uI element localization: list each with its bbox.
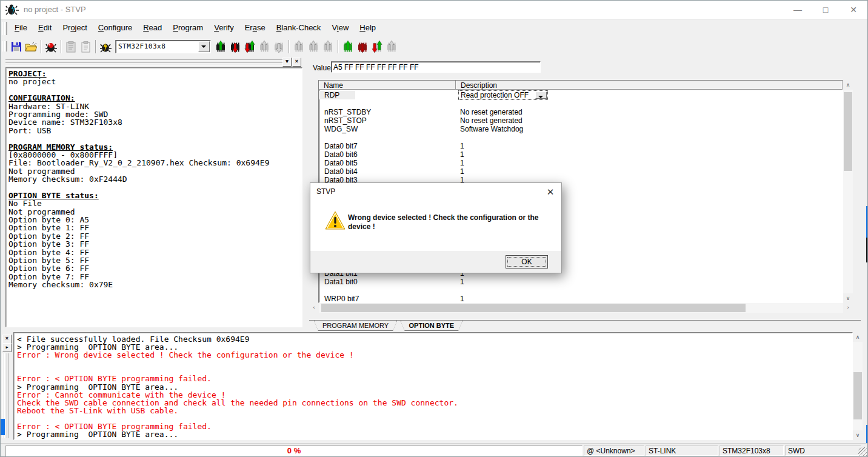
menu-blank-check[interactable]: Blank-Check bbox=[271, 19, 327, 38]
table-row[interactable] bbox=[319, 99, 843, 108]
read-all-tabs-button[interactable] bbox=[355, 39, 370, 54]
configure-st-link-button[interactable] bbox=[44, 39, 58, 54]
info-line: Option byte 7: FF bbox=[8, 273, 302, 281]
row-description: 1 bbox=[456, 159, 843, 167]
toolbar: STM32F103x8 bbox=[1, 37, 867, 56]
log-line: > Programming OPTION BYTE area... bbox=[17, 430, 852, 438]
menu-project[interactable]: Project bbox=[57, 19, 92, 38]
log-expand-icon[interactable]: ▸ bbox=[2, 343, 12, 352]
status-mode: SWD bbox=[785, 445, 861, 456]
toolbar-grip[interactable] bbox=[2, 41, 7, 52]
menu-edit[interactable]: Edit bbox=[33, 19, 57, 38]
table-row[interactable]: Data0 bit51 bbox=[319, 159, 843, 167]
value-input[interactable] bbox=[331, 61, 541, 73]
verify-current-tab-button[interactable] bbox=[242, 39, 257, 54]
table-row[interactable]: RDPRead protection OFF bbox=[319, 91, 843, 99]
tab-option-byte[interactable]: OPTION BYTE bbox=[401, 321, 463, 331]
menu-file[interactable]: File bbox=[9, 19, 33, 38]
menu-erase[interactable]: Erase bbox=[239, 19, 271, 38]
log-output[interactable]: < File successfully loaded. File Checksu… bbox=[13, 332, 853, 440]
verify-all-tabs-button[interactable] bbox=[370, 39, 384, 54]
minimize-button[interactable]: — bbox=[784, 1, 812, 19]
scroll-right-icon[interactable]: › bbox=[843, 303, 853, 313]
table-row[interactable] bbox=[319, 133, 843, 142]
menu-verify[interactable]: Verify bbox=[209, 19, 239, 38]
column-header-description[interactable]: Description bbox=[456, 81, 843, 90]
panel-close-icon[interactable]: × bbox=[292, 58, 301, 67]
program-all-tabs-button[interactable] bbox=[341, 39, 355, 54]
info-line: Option byte 2: FF bbox=[8, 232, 302, 240]
paste-button[interactable] bbox=[64, 39, 78, 54]
table-row[interactable]: Data0 bit61 bbox=[319, 150, 843, 159]
title-bar[interactable]: no project - STVP — □ ✕ bbox=[1, 1, 867, 19]
column-header-name[interactable]: Name bbox=[319, 81, 456, 90]
scroll-thumb[interactable] bbox=[321, 304, 746, 312]
app-icon bbox=[5, 3, 19, 16]
select-device-button[interactable] bbox=[98, 39, 113, 54]
log-close-icon[interactable]: × bbox=[2, 335, 12, 344]
scroll-down-icon[interactable]: ∨ bbox=[853, 430, 863, 440]
scroll-left-icon[interactable]: ‹ bbox=[309, 303, 319, 313]
row-name bbox=[319, 133, 456, 142]
dialog-close-icon[interactable]: ✕ bbox=[544, 186, 556, 198]
info-line: Memory checksum: 0x79E bbox=[8, 281, 302, 289]
table-row[interactable] bbox=[319, 286, 843, 295]
menu-help[interactable]: Help bbox=[354, 19, 381, 38]
menu-configure[interactable]: Configure bbox=[93, 19, 138, 38]
status-hardware: ST-LINK bbox=[646, 445, 718, 456]
scroll-thumb[interactable] bbox=[844, 92, 852, 171]
read-current-tab-icon bbox=[229, 41, 241, 53]
copy-button[interactable] bbox=[78, 39, 93, 54]
left-panel-grip[interactable]: ▾ × bbox=[5, 59, 301, 66]
info-line: Option byte 0: A5 bbox=[8, 216, 302, 224]
table-row[interactable]: Data0 bit41 bbox=[319, 167, 843, 176]
configure-st-link-icon bbox=[45, 41, 57, 53]
menu-read[interactable]: Read bbox=[138, 19, 167, 38]
info-line: Memory checksum: 0xF2444D bbox=[8, 175, 302, 183]
row-description: 1 bbox=[456, 142, 843, 150]
table-row[interactable]: WDG_SWSoftware Watchdog bbox=[319, 125, 843, 133]
read-current-tab-button[interactable] bbox=[228, 39, 242, 54]
tab-program-memory[interactable]: PROGRAM MEMORY bbox=[314, 321, 397, 331]
save-button[interactable] bbox=[9, 39, 24, 54]
table-row[interactable]: Data1 bit01 bbox=[319, 278, 843, 286]
chevron-down-icon[interactable] bbox=[198, 41, 210, 52]
menu-view[interactable]: View bbox=[326, 19, 354, 38]
open-button[interactable] bbox=[24, 39, 38, 54]
panel-menu-icon[interactable]: ▾ bbox=[282, 58, 292, 67]
scroll-up-icon[interactable]: ∧ bbox=[843, 80, 853, 90]
resize-grip[interactable] bbox=[858, 447, 867, 456]
blank-check-button[interactable] bbox=[272, 39, 286, 54]
chip-gray-3-button[interactable] bbox=[321, 39, 335, 54]
chevron-down-icon[interactable] bbox=[535, 92, 547, 99]
row-description bbox=[456, 99, 843, 108]
maximize-button[interactable]: □ bbox=[812, 1, 840, 19]
read-all-tabs-icon bbox=[356, 41, 369, 53]
menu-grip[interactable] bbox=[2, 22, 7, 35]
menu-program[interactable]: Program bbox=[167, 19, 209, 38]
scroll-up-icon[interactable]: ∧ bbox=[853, 332, 863, 342]
device-select[interactable]: STM32F103x8 bbox=[115, 40, 211, 53]
project-info-panel[interactable]: PROJECT:no project CONFIGURATION:Hardwar… bbox=[5, 67, 302, 327]
chip-gray-2-button[interactable] bbox=[306, 39, 321, 54]
program-current-tab-button[interactable] bbox=[213, 39, 228, 54]
rdp-value-select[interactable]: Read protection OFF bbox=[458, 90, 548, 100]
scroll-down-icon[interactable]: ∨ bbox=[843, 293, 853, 303]
table-row[interactable]: WRP0 bit71 bbox=[319, 295, 843, 303]
chip-gray-4-button[interactable] bbox=[384, 39, 399, 54]
ok-button[interactable]: OK bbox=[506, 255, 548, 269]
close-button[interactable]: ✕ bbox=[840, 1, 867, 19]
chip-gray-1-button[interactable] bbox=[292, 39, 306, 54]
table-row[interactable]: nRST_STOPNo reset generated bbox=[319, 116, 843, 125]
table-vertical-scrollbar[interactable]: ∧ ∨ bbox=[843, 80, 853, 303]
table-horizontal-scrollbar[interactable]: ‹ › bbox=[309, 303, 853, 313]
scroll-thumb[interactable] bbox=[853, 372, 862, 419]
table-row[interactable]: Data0 bit71 bbox=[319, 142, 843, 150]
table-row[interactable]: nRST_STDBYNo reset generated bbox=[319, 108, 843, 116]
toolbar-separator bbox=[38, 40, 44, 53]
info-line: Option byte 1: FF bbox=[8, 224, 302, 232]
row-name: Data0 bit6 bbox=[319, 150, 456, 159]
select-device-icon bbox=[100, 41, 112, 53]
erase-button[interactable] bbox=[257, 39, 272, 54]
log-vertical-scrollbar[interactable]: ∧ ∨ bbox=[853, 332, 863, 440]
